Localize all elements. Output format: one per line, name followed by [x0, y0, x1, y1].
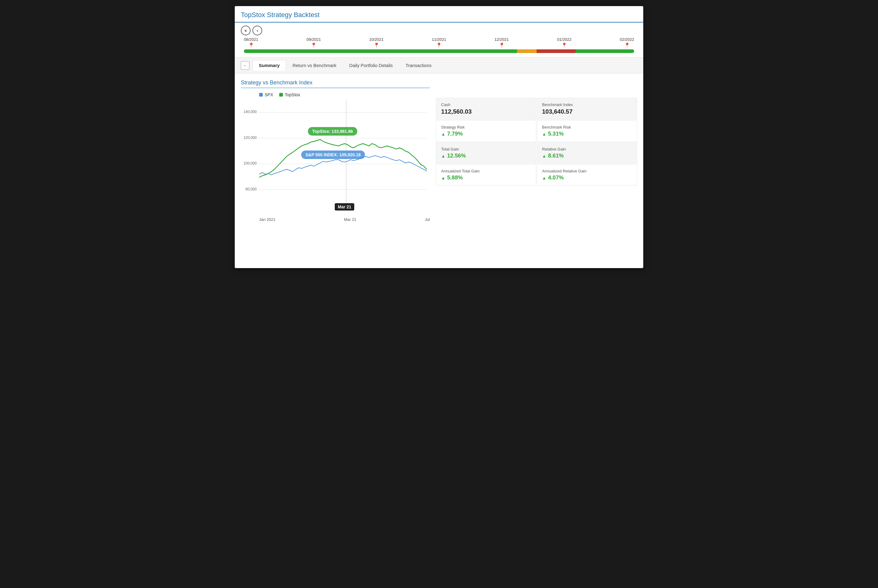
stat-benchmark-risk: Benchmark Risk ▲ 5.31% — [537, 120, 637, 142]
relative-gain-arrow: ▲ — [542, 153, 546, 158]
pin-icon-1: 📍 — [248, 42, 254, 48]
stat-annualized-total-gain-value: 5.88% — [447, 175, 463, 181]
stat-benchmark-index-value: 103,640.57 — [542, 108, 632, 115]
timeline-dates: 08/2021 📍 09/2021 📍 10/2021 📍 11/2021 📍 … — [241, 37, 637, 48]
main-container: TopStox Strategy Backtest « ‹ 08/2021 📍 … — [235, 6, 643, 268]
tab-transactions[interactable]: Transactions — [399, 60, 438, 70]
x-label-jan: Jan 2021 — [259, 217, 275, 222]
chart-date-label: Mar 21 — [335, 203, 354, 210]
stat-benchmark-risk-value-row: ▲ 5.31% — [542, 131, 632, 137]
stat-cash: Cash 112,560.03 — [436, 98, 536, 120]
stat-total-gain-value: 12.56% — [447, 153, 466, 159]
annualized-total-gain-arrow: ▲ — [441, 176, 445, 180]
app-title: TopStox Strategy Backtest — [241, 11, 320, 19]
chart-svg: 140,000 120,000 100,000 80,000 — [241, 100, 430, 216]
stat-annualized-relative-gain-label: Annualized Relative Gain — [542, 169, 632, 173]
timeline-area: « ‹ 08/2021 📍 09/2021 📍 10/2021 📍 11/202… — [235, 22, 643, 58]
svg-text:140,000: 140,000 — [244, 110, 257, 114]
timeline-bar — [244, 50, 634, 53]
x-label-mar: Mar 21 — [344, 217, 356, 222]
pin-icon-2: 📍 — [311, 42, 317, 48]
stat-strategy-risk-value: 7.79% — [447, 131, 463, 137]
svg-text:80,000: 80,000 — [245, 187, 257, 191]
legend-spx-label: SPX — [265, 92, 273, 97]
stat-strategy-risk-label: Strategy Risk — [441, 125, 531, 129]
chart-legend: SPX TopStox — [241, 92, 430, 97]
chart-wrapper: 140,000 120,000 100,000 80,000 TopStox: … — [241, 100, 430, 216]
timeline-date-1: 08/2021 📍 — [244, 37, 258, 48]
timeline-date-5: 12/2021 📍 — [495, 37, 509, 48]
stat-benchmark-index: Benchmark Index 103,640.57 — [537, 98, 637, 120]
x-axis-labels: Jan 2021 Mar 21 Jul — [241, 217, 430, 222]
pin-icon-6: 📍 — [561, 42, 567, 48]
stat-relative-gain-value-row: ▲ 8.61% — [542, 153, 632, 159]
annualized-relative-gain-arrow: ▲ — [542, 176, 546, 180]
stat-total-gain-label: Total Gain — [441, 147, 531, 152]
pin-icon-3: 📍 — [373, 42, 380, 48]
stats-row-2: Strategy Risk ▲ 7.79% Benchmark Risk ▲ 5… — [436, 120, 637, 142]
stat-cash-value: 112,560.03 — [441, 108, 531, 115]
timeline-bar-red — [537, 50, 576, 53]
stat-relative-gain-label: Relative Gain — [542, 147, 632, 152]
timeline-date-7: 02/2022 📍 — [620, 37, 634, 48]
tab-summary[interactable]: Summary — [253, 60, 286, 70]
timeline-date-2: 09/2021 📍 — [307, 37, 321, 48]
timeline-bar-green — [244, 50, 517, 53]
legend-dot-spx — [259, 93, 263, 97]
stat-strategy-risk: Strategy Risk ▲ 7.79% — [436, 120, 536, 142]
tab-back-button[interactable]: ← — [241, 61, 250, 70]
svg-text:120,000: 120,000 — [244, 135, 257, 140]
stat-annualized-total-gain-label: Annualized Total Gain — [441, 169, 531, 173]
stats-row-4: Annualized Total Gain ▲ 5.88% Annualized… — [436, 164, 637, 186]
stats-section: Cash 112,560.03 Benchmark Index 103,640.… — [436, 98, 637, 222]
stats-row-1: Cash 112,560.03 Benchmark Index 103,640.… — [436, 98, 637, 120]
chart-title: Strategy vs Benchmark Index — [241, 80, 430, 88]
stat-benchmark-risk-label: Benchmark Risk — [542, 125, 632, 129]
stat-annualized-total-gain: Annualized Total Gain ▲ 5.88% — [436, 164, 536, 186]
svg-text:100,000: 100,000 — [244, 161, 257, 165]
strategy-risk-arrow: ▲ — [441, 132, 445, 136]
stat-benchmark-risk-value: 5.31% — [548, 131, 564, 137]
timeline-date-3: 10/2021 📍 — [369, 37, 383, 48]
stat-benchmark-index-label: Benchmark Index — [542, 102, 632, 107]
pin-icon-4: 📍 — [436, 42, 442, 48]
legend-dot-topstox — [279, 93, 283, 97]
stat-annualized-relative-gain-value: 4.07% — [548, 175, 564, 181]
pin-icon-7: 📍 — [624, 42, 630, 48]
tab-daily-portfolio-details[interactable]: Daily Portfolio Details — [343, 60, 399, 70]
benchmark-risk-arrow: ▲ — [542, 132, 546, 136]
stat-total-gain-value-row: ▲ 12.56% — [441, 153, 531, 159]
stat-annualized-relative-gain: Annualized Relative Gain ▲ 4.07% — [537, 164, 637, 186]
legend-spx: SPX — [259, 92, 273, 97]
stat-strategy-risk-value-row: ▲ 7.79% — [441, 131, 531, 137]
x-label-jul: Jul — [425, 217, 430, 222]
stat-annualized-relative-gain-value-row: ▲ 4.07% — [542, 175, 632, 181]
timeline-date-6: 01/2022 📍 — [557, 37, 571, 48]
tab-return-vs-benchmark[interactable]: Return vs Benchmark — [286, 60, 343, 70]
timeline-date-4: 11/2021 📍 — [432, 37, 447, 48]
pin-icon-5: 📍 — [499, 42, 505, 48]
stat-total-gain: Total Gain ▲ 12.56% — [436, 142, 536, 164]
title-bar: TopStox Strategy Backtest — [235, 6, 643, 22]
stat-relative-gain: Relative Gain ▲ 8.61% — [537, 142, 637, 164]
stats-row-3: Total Gain ▲ 12.56% Relative Gain ▲ 8.61… — [436, 142, 637, 164]
content-area: Strategy vs Benchmark Index SPX TopStox … — [235, 74, 643, 228]
back-button[interactable]: ‹ — [253, 26, 262, 35]
stat-annualized-total-gain-value-row: ▲ 5.88% — [441, 175, 531, 181]
timeline-bar-green2 — [576, 50, 634, 53]
total-gain-arrow: ▲ — [441, 153, 445, 158]
rewind-button[interactable]: « — [241, 26, 251, 35]
timeline-bar-orange — [517, 50, 537, 53]
stat-relative-gain-value: 8.61% — [548, 153, 564, 159]
stat-cash-label: Cash — [441, 102, 531, 107]
legend-topstox: TopStox — [279, 92, 300, 97]
legend-topstox-label: TopStox — [285, 92, 300, 97]
nav-tabs: ← Summary Return vs Benchmark Daily Port… — [235, 58, 643, 74]
timeline-controls: « ‹ — [241, 26, 637, 35]
chart-section: Strategy vs Benchmark Index SPX TopStox … — [241, 80, 430, 222]
